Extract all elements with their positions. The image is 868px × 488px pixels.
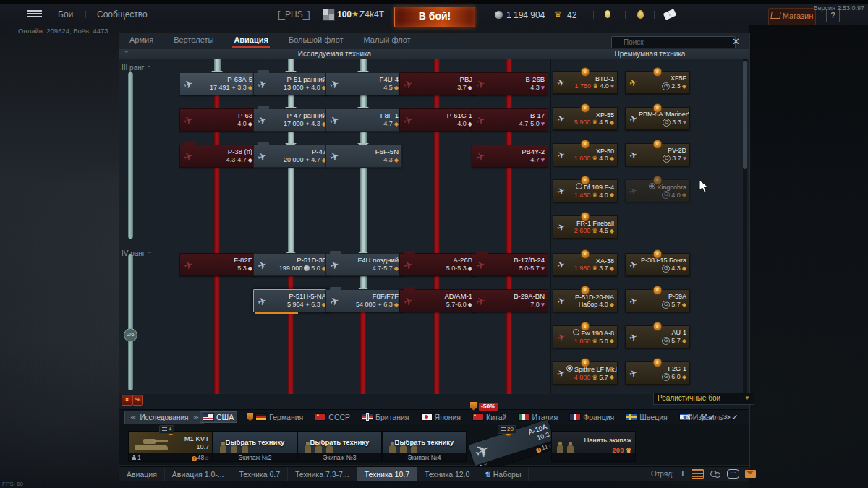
preset-tab-техника-12-0[interactable]: Техника 12.0 (417, 467, 477, 481)
vehicle-cell-b-29a-bn[interactable]: ✈B-29A-BN7.0♥ (472, 289, 548, 312)
vehicle-cell-f4u-4[interactable]: ✈F4U-44.5◆ (326, 72, 402, 95)
coupon-icon[interactable] (663, 9, 677, 20)
premium-cell-p-59a[interactable]: ♛✈P-59AG5.7◆ (625, 289, 690, 312)
nav-community[interactable]: Сообщество (97, 9, 148, 20)
crew-slot-6[interactable]: Нанять экипаж200 ♛ (552, 432, 635, 461)
premium-cell-f2g-1[interactable]: ♛✈F2G-1G6.0◆ (625, 361, 690, 385)
vehicle-cell-f4u-поздний[interactable]: ✈F4U поздний4.7-5.7◆ (326, 253, 402, 276)
vehicle-cell-f-82e[interactable]: ✈F-82E5.3◆ (179, 253, 256, 276)
vehicle-cell-p-61c-1[interactable]: ✈P-61C-14.0◆ (399, 108, 476, 132)
repair-all-button[interactable]: ⚒✓ (700, 412, 715, 422)
nav-battles[interactable]: Бои (58, 9, 73, 20)
battle-log-icon[interactable] (692, 469, 704, 479)
clan-tag[interactable]: [_PHS_] (278, 9, 310, 20)
premium-cell-xf5f[interactable]: ♛✈XF5FG2.3◆ (625, 71, 690, 94)
tab-авиация[interactable]: Авиация (232, 33, 270, 48)
nation-tab-япония[interactable]: Япония (419, 412, 464, 422)
vehicle-cell-p-47-ранний[interactable]: ✈P-47 ранний17 000✦4.3◆ (253, 108, 330, 132)
tab-армия[interactable]: Армия (128, 33, 155, 46)
to-battle-button[interactable]: В бой! (394, 7, 475, 27)
nation-tab-германия[interactable]: Германия (244, 412, 306, 422)
vehicle-cell-p-38-п[interactable]: ✈P-38 (п)4.3-4.7◆ (179, 145, 256, 168)
discount-badge-icon[interactable]: % (132, 395, 143, 406)
preset-tab-авиация[interactable]: Авиация (119, 467, 165, 481)
tab-вертолеты[interactable]: Вертолеты (172, 33, 215, 46)
game-mode-select[interactable]: Реалистичные бои▼ (653, 393, 754, 405)
main-menu-icon[interactable] (27, 10, 42, 20)
vehicle-cell-pbj[interactable]: ✈PBJ3.7◆ (399, 72, 476, 95)
choose-vehicle-button[interactable]: Выбрать технику (383, 438, 466, 446)
vehicle-cell-f8f-1[interactable]: ✈F8F-14.7◆ (326, 108, 402, 132)
premium-cell-spitfire-lf-mk-ixc[interactable]: ♛✈Spitfire LF Mk.IXc4 880♛5.7◆ (553, 361, 618, 385)
preset-tab-техника-6-7[interactable]: Техника 6.7 (231, 467, 288, 481)
premium-cell-p-51d-20-na[interactable]: ♛✈P-51D-20-NAНабор4.0◆ (553, 289, 618, 312)
crew-slot-2[interactable]: Выбрать техникуЭкипаж №2 (213, 432, 297, 461)
vehicle-cell-b-26b[interactable]: ✈B-26B4.3♥ (472, 72, 548, 95)
nation-tab-ссср[interactable]: СССР (312, 412, 353, 422)
premium-cell-au-1[interactable]: ♛✈AU-1G5.7◆ (625, 325, 690, 348)
avatar[interactable] (323, 9, 335, 21)
nation-tab-швеция[interactable]: Швеция (624, 412, 671, 422)
premium-cell-bf-109-f-4[interactable]: ♛✈Bf 109 F-41 450♛4.0◆ (553, 179, 618, 202)
search-input[interactable] (611, 36, 736, 48)
vehicle-cell-a-26b[interactable]: ✈A-26B5.0-5.3◆ (399, 253, 476, 276)
tab-большой-флот[interactable]: Большой флот (287, 33, 345, 46)
vehicle-cell-pb4y-2[interactable]: ✈PB4Y-24.7♥ (472, 145, 548, 168)
nation-tab-британия[interactable]: Британия (359, 412, 412, 422)
premium-cell-p-38j-15-бонга[interactable]: ♛✈P-38J-15 БонгаG4.3◆ (625, 253, 690, 276)
tab-малый-флот[interactable]: Малый флот (362, 33, 412, 46)
premium-cell-xp-55[interactable]: ♛✈XP-555 900♛4.5◆ (553, 107, 618, 130)
premium-cell-xp-50[interactable]: ♛✈XP-501 600♛4.0◆ (553, 143, 618, 166)
preset-tab-наборы[interactable]: ⇅Наборы (477, 467, 529, 481)
vehicle-cell-p-51-ранний[interactable]: ✈P-51 ранний13 000✦4.0◆ (253, 72, 330, 95)
rank-3-label[interactable]: III ранг⌃ (122, 64, 151, 72)
nation-tab-китай[interactable]: Китай-50% (470, 412, 509, 422)
vehicle-cell-p-47[interactable]: ✈P-4720 000✦4.7◆ (253, 145, 330, 168)
rank-4-label[interactable]: IV ранг⌃ (122, 249, 152, 257)
shop-button[interactable]: Магазин (768, 8, 816, 25)
vehicle-cell-p-63a-5[interactable]: ✈P-63A-517 491✦3.3◆ (179, 72, 256, 95)
premium-cell-fr-1-fireball[interactable]: ♛✈FR-1 Fireball2 600♛4.5◆ (553, 215, 618, 239)
hire-crew-button[interactable]: Нанять экипаж (584, 436, 631, 444)
premium-cell-pv-2d[interactable]: ♛✈PV-2DG3.7♥ (625, 143, 690, 166)
premium-cell-fw-190-a-8[interactable]: ♛✈Fw 190 A-81 850♛5.0◆ (553, 325, 618, 348)
choose-vehicle-button[interactable]: Выбрать технику (298, 438, 381, 446)
premium-cell-pbm-5a-mariner[interactable]: ♛✈PBM-5A 'Mariner'G3.3♥ (625, 107, 690, 130)
research-view-button[interactable]: ≪ Исследования ≫ (124, 411, 204, 424)
vehicle-cell-f8f-f7f[interactable]: ✈F8F/F7F54 000✦6.3◆ (326, 289, 402, 312)
crew-slot-3[interactable]: Выбрать техникуЭкипаж №3 (298, 432, 381, 461)
scrollbar-thumb[interactable] (743, 61, 747, 169)
boosters-icon[interactable] (605, 10, 610, 18)
preset-tab-техника-7-3-7[interactable]: Техника 7.3-7... (288, 467, 357, 481)
nation-tab-сша[interactable]: США (200, 411, 237, 423)
mail-icon[interactable] (745, 470, 756, 478)
vehicle-cell-p-51d-30[interactable]: ✈P-51D-30199 0005.0◆ (253, 253, 330, 276)
nation-tab-франция[interactable]: Франция (567, 412, 617, 422)
vehicle-cell-p-51h-5-na[interactable]: ✈P-51H-5-NA5 964✦6.3◆ (253, 289, 330, 312)
premium-cell-kingcobra[interactable]: ♛✈KingcobraG4.0◆ (625, 179, 690, 202)
contacts-icon[interactable] (710, 470, 721, 478)
nation-tab-италия[interactable]: Италия (516, 412, 561, 422)
preset-tab-техника-10-7[interactable]: Техника 10.7 (357, 467, 417, 481)
silver-lions-amount[interactable]: 1 194 904 (506, 10, 545, 20)
preset-tab-авиация-1-0[interactable]: Авиация 1.0-... (165, 467, 232, 481)
crew-slot-1[interactable]: M1 KVT10.71!48✩ (129, 432, 212, 461)
crew-slot-4[interactable]: Выбрать техникуЭкипаж №4 (383, 432, 466, 461)
premium-cell-btd-1[interactable]: ♛✈BTD-11 750♛4.0♥ (553, 71, 618, 94)
vehicle-cell-b-17[interactable]: ✈B-174.7-5.0♥ (472, 108, 548, 132)
vehicle-cell-b-17-b-24[interactable]: ✈B-17/B-245.0-5.7♥ (472, 253, 548, 276)
chat-icon[interactable]: ··· (727, 469, 739, 479)
vehicle-cell-ad-am-1[interactable]: ✈AD/AM-15.7-6.0◆ (399, 289, 476, 312)
golden-eagles-amount[interactable]: 42 (567, 10, 576, 20)
close-icon[interactable]: ✕ (732, 36, 740, 47)
vehicle-cell-p-63[interactable]: ✈P-634.0◆ (179, 108, 256, 132)
premium-cell-xa-38[interactable]: ♛✈XA-381 980♛3.7◆ (553, 253, 618, 276)
wagers-icon[interactable] (637, 10, 644, 19)
crew-all-button[interactable]: ≫✓ (722, 412, 739, 422)
vehicle-cell-f6f-5n[interactable]: ✈F6F-5N4.3◆ (326, 145, 402, 168)
choose-vehicle-button[interactable]: Выбрать технику (213, 438, 297, 446)
player-name[interactable]: Z4k4T (359, 9, 384, 20)
wager-badge-icon[interactable]: ¤ (122, 395, 132, 406)
squad-add-button[interactable]: + (680, 468, 686, 479)
settings-gear-icon[interactable]: ⚙ (686, 412, 694, 422)
